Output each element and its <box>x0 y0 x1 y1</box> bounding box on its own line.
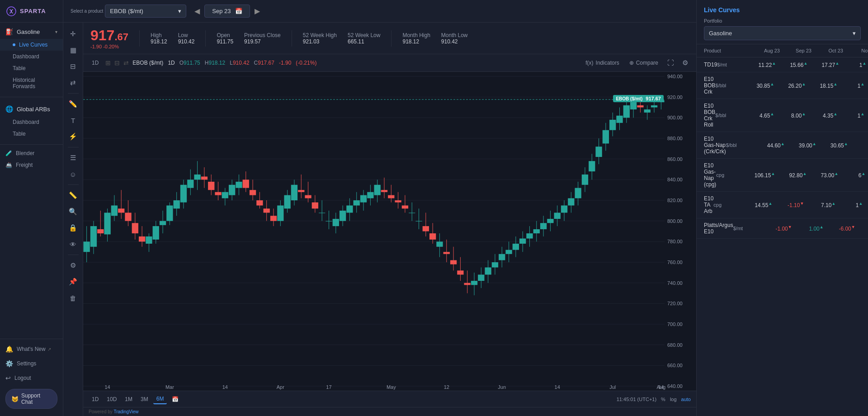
timeframe-d-btn[interactable]: 1D <box>89 58 102 67</box>
sidebar-item-whats-new[interactable]: 🔔 What's New ↗ <box>0 342 63 356</box>
crosshair-tool[interactable]: ✛ <box>66 26 81 42</box>
global-arbs-group[interactable]: 🌐 Global ARBs <box>0 102 63 116</box>
svg-rect-132 <box>423 226 429 231</box>
svg-rect-142 <box>457 270 463 274</box>
sidebar-item-table[interactable]: Table <box>0 62 63 74</box>
svg-rect-60 <box>174 200 180 208</box>
chart-settings-button[interactable]: ⚙ <box>679 57 691 69</box>
ohlc-c: C <box>254 60 258 66</box>
svg-rect-138 <box>443 252 450 254</box>
date-selector[interactable]: Sep 23 📅 <box>204 5 250 18</box>
timeframe-6m-btn[interactable]: 6M <box>153 394 167 404</box>
row-platts-argus: Platts/Argus E10 $/mt -1.00▼ 1.00▲ -6.00… <box>697 218 868 239</box>
calendar-icon: 📅 <box>235 8 242 14</box>
row-td19: TD19 $/mt 11.22▲ 15.66▲ 17.27▲ 1▲ <box>697 57 868 72</box>
svg-rect-42 <box>111 205 118 216</box>
sidebar-item-table2[interactable]: Table <box>0 128 63 140</box>
col-nov: Nov <box>843 48 868 53</box>
price-divider-1 <box>139 30 140 47</box>
divider-2 <box>0 144 63 145</box>
globe-icon: 🌐 <box>5 105 13 113</box>
current-ticker-badge: EBOB ($/mt) <box>616 96 642 101</box>
arrow-tool[interactable]: ⇄ <box>66 75 81 90</box>
sidebar-item-dashboard2[interactable]: Dashboard <box>0 116 63 128</box>
td19-sep: 15.66▲ <box>776 61 807 68</box>
fullscreen-button[interactable]: ⛶ <box>665 57 677 69</box>
dashboard-label: Dashboard <box>13 53 39 60</box>
tradingview-link[interactable]: TradingView <box>113 409 138 414</box>
hist-fwd-label: Historical Forwards <box>13 77 57 90</box>
bar-chart-tool[interactable]: ▦ <box>66 43 81 58</box>
next-date-button[interactable]: ▶ <box>252 6 263 16</box>
svg-rect-158 <box>513 244 519 250</box>
svg-rect-176 <box>575 188 581 199</box>
gasoline-group[interactable]: ⛽ Gasoline ▾ <box>0 24 63 39</box>
e10-gas-nap-crk-unit: $/bbl <box>726 142 753 148</box>
compare-button[interactable]: ⊕ Compare <box>626 57 662 69</box>
lock-tool[interactable]: 🔒 <box>66 220 81 236</box>
svg-text:640.00: 640.00 <box>667 383 683 389</box>
platts-argus-unit: $/mt <box>733 226 760 231</box>
chart-svg: 940.00920.00900.00880.00860.00840.00820.… <box>83 72 696 391</box>
sidebar-item-dashboard[interactable]: Dashboard <box>0 51 63 62</box>
e10-ta-arb-product: E10 TA Arb <box>704 195 713 214</box>
sidebar-item-settings[interactable]: ⚙️ Settings <box>0 356 63 371</box>
ohlc-tf: 1D <box>168 60 175 66</box>
timeframe-1m-btn[interactable]: 1M <box>122 395 136 404</box>
emoji-tool[interactable]: ☺ <box>66 166 81 182</box>
sidebar-item-freight[interactable]: 🚢 Freight <box>0 159 63 171</box>
svg-rect-182 <box>595 147 602 157</box>
calendar-range-btn[interactable]: 📅 <box>169 395 182 404</box>
svg-rect-50 <box>139 236 145 241</box>
log-label[interactable]: log <box>670 397 677 402</box>
auto-btn[interactable]: auto <box>681 397 691 402</box>
e10-gas-nap-cpg-nov: 6▲ <box>838 171 865 179</box>
chart-toolbar: 1D ⊞ ⊟ ⇄ EBOB ($/mt) 1D O911.75 H918.12 … <box>83 54 696 72</box>
svg-rect-110 <box>346 205 353 213</box>
svg-rect-68 <box>201 176 208 180</box>
blender-label: Blender <box>16 150 34 156</box>
platts-argus-nov: -1▼ <box>855 225 868 232</box>
settings-tool[interactable]: ⚙ <box>66 258 81 273</box>
sidebar-bottom: 🔔 What's New ↗ ⚙️ Settings ↩ Logout 😺 Su… <box>0 336 63 416</box>
svg-text:720.00: 720.00 <box>667 301 683 306</box>
eye-tool[interactable]: 👁 <box>66 236 81 252</box>
pin-tool[interactable]: 📌 <box>66 274 81 289</box>
month-low-stat: Month Low 910.42 <box>441 32 468 45</box>
sparta-logo-icon <box>6 6 16 16</box>
platts-argus-aug: -1.00▼ <box>760 225 792 232</box>
magnify-tool[interactable]: 🔍 <box>66 204 81 219</box>
portfolio-select[interactable]: Gasoline ▾ <box>704 26 861 40</box>
svg-rect-170 <box>554 213 561 219</box>
text-tool[interactable]: T <box>66 113 81 128</box>
canvas-area[interactable]: 940.00920.00900.00880.00860.00840.00820.… <box>83 72 696 391</box>
sidebar-item-logout[interactable]: ↩ Logout <box>0 371 63 385</box>
delete-tool[interactable]: 🗑 <box>66 290 81 306</box>
sidebar-item-blender[interactable]: 🧪 Blender <box>0 147 63 159</box>
candle-tool[interactable]: ⊟ <box>66 59 81 74</box>
e10-gas-nap-crk-product: E10 Gas-Nap (Crk/Crk) <box>704 136 726 155</box>
svg-rect-140 <box>450 260 457 264</box>
indicators-button[interactable]: f(x) Indicators <box>582 57 623 69</box>
pencil-tool[interactable]: ✏️ <box>66 96 81 112</box>
timeframe-10d-btn[interactable]: 10D <box>104 395 120 404</box>
product-select[interactable]: EBOB ($/mt) ▾ <box>105 5 186 18</box>
sidebar-item-historical-forwards[interactable]: Historical Forwards <box>0 74 63 92</box>
prev-date-button[interactable]: ◀ <box>192 6 203 16</box>
lines-tool[interactable]: ☰ <box>66 150 81 165</box>
fibonacci-tool[interactable]: ⚡ <box>66 129 81 144</box>
right-panel-header: Live Curves Portfolio Gasoline ▾ <box>697 0 868 44</box>
tool-divider-1 <box>68 93 79 94</box>
timeframe-3m-btn[interactable]: 3M <box>137 395 151 404</box>
support-chat-button[interactable]: 😺 Support Chat <box>5 389 57 409</box>
ruler-tool[interactable]: 📏 <box>66 188 81 203</box>
compare-arrows: ⇄ <box>123 59 129 66</box>
td19-product: TD19 <box>704 61 717 68</box>
sidebar-item-live-curves[interactable]: Live Curves <box>0 39 63 51</box>
timeframe-1d-btn[interactable]: 1D <box>89 395 102 404</box>
svg-rect-116 <box>367 192 373 199</box>
e10-ta-arb-nov: 1▲ <box>835 201 863 208</box>
ohlc-l: L <box>230 60 233 66</box>
col-aug23: Aug 23 <box>748 48 780 53</box>
e10-bob-crk-product: E10 BOB Crk <box>704 76 715 95</box>
